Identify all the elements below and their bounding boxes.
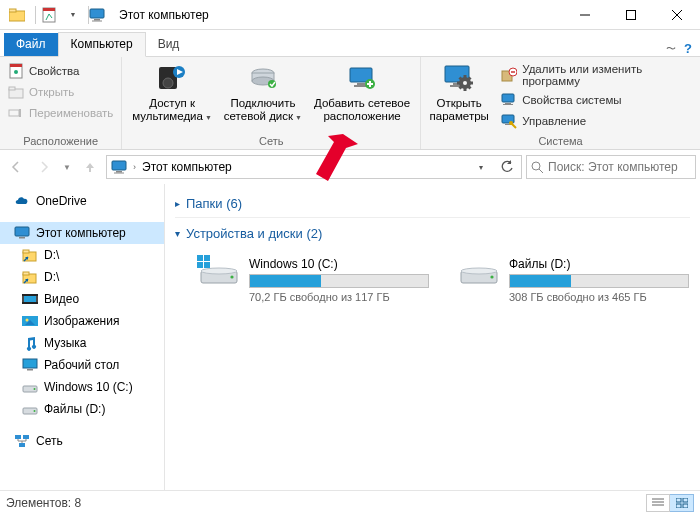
sidebar-item-network[interactable]: Сеть <box>0 430 164 452</box>
drive-usage-bar <box>249 274 429 288</box>
ribbon-group-location: Свойства Открыть Переименовать Расположе… <box>0 57 122 149</box>
ribbon-group-network: Доступ кмультимедиа▼ Подключитьсетевой д… <box>122 57 421 149</box>
ribbon-help-button[interactable]: ? <box>684 41 692 56</box>
svg-rect-48 <box>505 103 511 104</box>
sidebar-item[interactable]: Музыка <box>0 332 164 354</box>
sidebar-item[interactable]: Рабочий стол <box>0 354 164 376</box>
uninstall-program-button[interactable]: Удалить или изменить программу <box>497 61 696 89</box>
rename-button[interactable]: Переименовать <box>4 103 117 123</box>
media-access-button[interactable]: Доступ кмультимедиа▼ <box>126 59 218 133</box>
media-icon <box>156 63 188 95</box>
sidebar-item[interactable]: Windows 10 (C:) <box>0 376 164 398</box>
open-settings-button[interactable]: Открытьпараметры <box>425 59 493 133</box>
system-properties-icon <box>501 92 517 108</box>
drives-section-header[interactable]: ▾ Устройства и диски (2) <box>175 222 690 247</box>
map-drive-l2: сетевой диск <box>224 110 293 122</box>
open-icon <box>8 84 24 100</box>
drive-item[interactable]: Windows 10 (C:)70,2 ГБ свободно из 117 Г… <box>199 257 429 303</box>
properties-button[interactable]: Свойства <box>4 61 117 81</box>
this-pc-icon <box>14 225 30 241</box>
svg-point-52 <box>509 121 513 125</box>
sidebar-item[interactable]: Файлы (D:) <box>0 398 164 420</box>
svg-point-78 <box>34 410 36 412</box>
window-title: Этот компьютер <box>111 8 209 22</box>
add-network-location-button[interactable]: Добавить сетевоерасположение <box>308 59 416 133</box>
refresh-button[interactable] <box>497 160 517 174</box>
status-item-count: Элементов: 8 <box>6 496 81 510</box>
sidebar-item[interactable]: D:\ <box>0 266 164 288</box>
manage-label: Управление <box>522 115 586 127</box>
folders-section-header[interactable]: ▸ Папки (6) <box>175 192 690 218</box>
svg-rect-6 <box>92 20 102 21</box>
sidebar-item-label: Изображения <box>44 314 119 328</box>
details-view-button[interactable] <box>646 494 670 512</box>
svg-rect-74 <box>27 369 33 371</box>
svg-rect-69 <box>22 302 38 304</box>
tiles-view-button[interactable] <box>670 494 694 512</box>
open-button[interactable]: Открыть <box>4 82 117 102</box>
main-area: OneDrive Этот компьютер D:\D:\ВидеоИзобр… <box>0 184 700 490</box>
nav-back-button[interactable] <box>4 155 28 179</box>
svg-rect-95 <box>676 498 681 502</box>
folder-shortcut-icon <box>22 247 38 263</box>
tab-view[interactable]: Вид <box>146 33 192 56</box>
search-box[interactable]: Поиск: Этот компьютер <box>526 155 696 179</box>
folder-music-icon <box>22 335 38 351</box>
sidebar-item[interactable]: D:\ <box>0 244 164 266</box>
uninstall-label: Удалить или изменить программу <box>522 63 692 87</box>
svg-rect-47 <box>502 94 514 102</box>
address-dropdown-button[interactable]: ▾ <box>471 163 491 172</box>
qat-dropdown-button[interactable]: ▼ <box>62 4 84 26</box>
map-drive-l1: Подключить <box>230 97 295 109</box>
minimize-button[interactable] <box>562 0 608 30</box>
nav-forward-button[interactable] <box>32 155 56 179</box>
status-bar: Элементов: 8 <box>0 490 700 514</box>
network-drive-icon <box>247 63 279 95</box>
maximize-button[interactable] <box>608 0 654 30</box>
ribbon-collapse-button[interactable]: 〜 <box>666 42 676 56</box>
svg-rect-1 <box>9 9 16 12</box>
sidebar-this-pc-label: Этот компьютер <box>36 226 126 240</box>
search-placeholder: Поиск: Этот компьютер <box>548 160 678 174</box>
title-bar: ▼ Этот компьютер <box>0 0 700 30</box>
tab-file[interactable]: Файл <box>4 33 58 56</box>
sidebar-item-label: Музыка <box>44 336 86 350</box>
sidebar-item-this-pc[interactable]: Этот компьютер <box>0 222 164 244</box>
svg-rect-16 <box>9 110 19 116</box>
svg-rect-5 <box>94 19 100 21</box>
navigation-pane: OneDrive Этот компьютер D:\D:\ВидеоИзобр… <box>0 184 165 490</box>
folder-icon <box>6 4 28 26</box>
qat-properties-button[interactable] <box>38 4 60 26</box>
system-properties-label: Свойства системы <box>522 94 621 106</box>
tab-computer[interactable]: Компьютер <box>58 32 146 57</box>
media-access-l1: Доступ к <box>149 97 195 109</box>
map-network-drive-button[interactable]: Подключитьсетевой диск▼ <box>218 59 308 133</box>
address-bar[interactable]: › Этот компьютер ▾ <box>106 155 522 179</box>
svg-line-42 <box>460 87 462 89</box>
sidebar-item[interactable]: Изображения <box>0 310 164 332</box>
system-properties-button[interactable]: Свойства системы <box>497 90 696 110</box>
sidebar-item[interactable]: Видео <box>0 288 164 310</box>
svg-point-71 <box>26 319 29 322</box>
add-netloc-l1: Добавить сетевое <box>314 97 410 109</box>
onedrive-icon <box>14 193 30 209</box>
svg-rect-12 <box>10 64 22 67</box>
svg-point-88 <box>230 275 233 278</box>
add-netloc-l2: расположение <box>323 110 400 122</box>
svg-rect-83 <box>204 255 210 261</box>
svg-rect-49 <box>503 104 513 105</box>
settings-icon <box>443 63 475 95</box>
svg-rect-59 <box>19 237 25 239</box>
nav-recent-button[interactable]: ▼ <box>60 155 74 179</box>
sidebar-item-onedrive[interactable]: OneDrive <box>0 190 164 212</box>
sidebar-onedrive-label: OneDrive <box>36 194 87 208</box>
manage-button[interactable]: Управление <box>497 111 696 131</box>
folder-pictures-icon <box>22 313 38 329</box>
folder-video-icon <box>22 291 38 307</box>
svg-point-76 <box>34 388 36 390</box>
drive-item[interactable]: Файлы (D:)308 ГБ свободно из 465 ГБ <box>459 257 689 303</box>
nav-up-button[interactable] <box>78 155 102 179</box>
chevron-right-icon[interactable]: › <box>133 162 136 172</box>
chevron-right-icon: ▸ <box>175 198 180 209</box>
close-button[interactable] <box>654 0 700 30</box>
